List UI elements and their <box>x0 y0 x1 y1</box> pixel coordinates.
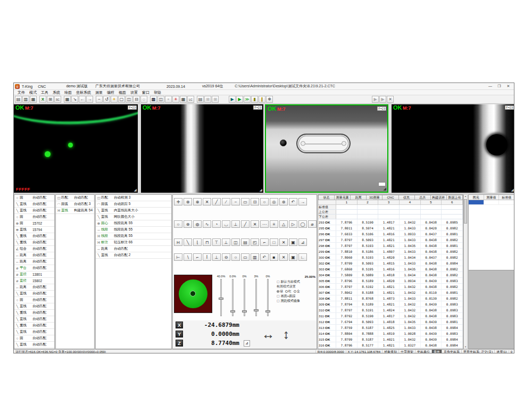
list-item[interactable]: ↔距离自动匹配 <box>14 259 54 265</box>
tool-button[interactable]: ◡ <box>222 220 230 228</box>
checkbox-icon[interactable]: ▢ <box>277 279 280 284</box>
tool-button[interactable]: ◰ <box>251 238 259 246</box>
toolbar-button[interactable] <box>94 96 95 103</box>
table-row[interactable]: 303 OK7.68608.51951.48161.04350.04380.09… <box>318 266 463 272</box>
toolbar-button[interactable]: ✳ <box>172 96 179 103</box>
toolbar-button[interactable]: − <box>96 96 103 103</box>
toolbar-button[interactable]: ⊞ <box>47 96 54 103</box>
menu-item[interactable]: 坐标系统 <box>74 90 93 95</box>
table-header-tab[interactable]: 距离 <box>351 195 367 200</box>
tool-button[interactable]: ⊖ <box>222 253 230 261</box>
toolbar-button[interactable]: → <box>86 96 93 103</box>
tool-button[interactable]: − <box>231 198 240 205</box>
maximize-button[interactable]: ❐ <box>495 83 504 89</box>
angle-button[interactable]: ⊿ <box>244 340 250 347</box>
list-item[interactable]: ╲重线自动匹配 <box>14 310 54 316</box>
table-header-tab[interactable]: 优先 <box>399 195 415 200</box>
toolbar-button[interactable] <box>62 96 63 103</box>
list-item[interactable]: ○圆自动匹配 <box>14 335 54 342</box>
toolbar-button[interactable]: ◫ <box>157 96 164 103</box>
list-item[interactable]: ╲直线自动匹配 <box>14 201 54 208</box>
zoom-indicator[interactable]: F=23 <box>253 105 262 110</box>
tool-button[interactable]: ╱ <box>212 198 221 205</box>
menu-item[interactable]: 编程 <box>105 90 117 95</box>
tool-button[interactable]: ▭ <box>241 198 250 205</box>
tool-button[interactable]: △ <box>279 220 288 228</box>
menu-item[interactable]: 工具 <box>39 90 51 95</box>
toolbar-button[interactable]: ∥ <box>259 96 265 103</box>
toolbar-button[interactable]: ▥ <box>22 96 29 103</box>
toolbar-button[interactable]: ▤ <box>197 96 204 103</box>
tool-button[interactable]: ⋯ <box>260 220 269 228</box>
light-slider[interactable]: 3% <box>252 275 261 316</box>
table-row[interactable]: 314 OK7.88048.78881.48191.00280.04390.09… <box>318 331 463 336</box>
camera-view-2[interactable]: OK M:7 F=23 ◢ <box>141 104 263 193</box>
tool-button[interactable]: ⊥ <box>231 220 240 228</box>
table-scrollbar[interactable]: ▲ ▼ <box>463 194 468 349</box>
tool-button[interactable]: ▣ <box>289 253 297 261</box>
list-item[interactable]: ⊕圆心线段距离 55 <box>96 220 171 227</box>
tool-button[interactable]: ■ <box>270 253 278 261</box>
radio-option[interactable]: 红 <box>285 289 292 294</box>
table-row[interactable]: 300 OK7.80608.51931.48201.04340.04370.09… <box>318 254 463 260</box>
toolbar-button[interactable]: ▮ <box>251 96 258 103</box>
table-row[interactable]: 308 OK7.88118.87681.48731.04330.01390.09… <box>318 295 463 301</box>
tool-button[interactable]: Ⅰ <box>203 253 211 261</box>
tool-button[interactable]: ⊛ <box>279 198 288 205</box>
tool-button[interactable]: ▤ <box>241 238 250 246</box>
tool-button[interactable]: ╲ <box>184 238 192 246</box>
table-header-tab[interactable]: 状态 <box>318 195 335 200</box>
menu-item[interactable]: 窗口 <box>140 90 152 95</box>
tool-button[interactable]: ⌊ <box>193 238 202 246</box>
checkbox-icon[interactable]: ▢ <box>277 294 280 299</box>
tool-button[interactable]: ✛ <box>174 198 182 205</box>
list-item[interactable]: ◠圆弧自动跟踪 5 <box>96 201 171 208</box>
scrollbar-thumb[interactable] <box>464 199 467 224</box>
table-header-tab[interactable]: 构建误差 <box>431 195 447 200</box>
list-item[interactable]: ╲直线自动匹配 2 <box>96 252 171 259</box>
jog-z-icon[interactable]: ↕ <box>283 327 289 342</box>
slider-thumb[interactable] <box>265 310 270 312</box>
list-item[interactable]: H线段线段距离 55 <box>96 233 171 240</box>
list-item[interactable]: ╲直线自动匹配 <box>14 342 54 348</box>
tool-button[interactable]: ◎ <box>270 198 278 205</box>
list-item[interactable]: ◫匹配自动检测 3 <box>96 195 171 201</box>
table-row[interactable]: 295 OK7.80118.59741.48211.04330.04200.09… <box>318 225 463 231</box>
toolbar-button[interactable]: ⊞ <box>204 96 211 103</box>
table-row[interactable]: 299 OK7.88108.51861.48071.04330.04380.09… <box>318 249 463 254</box>
table-row[interactable]: 312 OK7.67948.50931.48181.04350.04390.09… <box>318 319 463 325</box>
menu-item[interactable]: 帮助 <box>152 90 163 95</box>
list-item[interactable]: ○圆自动匹配 <box>14 195 54 201</box>
toolbar-button[interactable]: ▤ <box>15 96 22 103</box>
list-item[interactable]: ⊕直线15794 <box>14 227 54 233</box>
list-item[interactable]: ╲直线自动匹配 <box>14 316 54 323</box>
tool-button[interactable]: → <box>298 198 307 205</box>
toolbar-button[interactable]: ≫ <box>244 96 251 103</box>
camera-view-4[interactable]: OK M:7 F=23 ◢ <box>392 104 514 193</box>
list-item[interactable]: ○圆自动匹配 <box>14 214 54 220</box>
toolbar-button[interactable]: ▦ <box>180 96 187 103</box>
tool-button[interactable]: □ <box>270 238 278 246</box>
tool-button[interactable]: ○ <box>174 220 182 228</box>
tool-button[interactable]: ✕ <box>279 238 288 246</box>
camera-view-3-selected[interactable]: OK M:7 F=23 ◢ <box>265 104 388 193</box>
table-row[interactable]: 298 OK7.87978.51931.48211.04350.04380.09… <box>318 243 463 249</box>
toolbar-button[interactable]: ↺ <box>103 96 110 103</box>
tool-button[interactable]: ✕ <box>203 198 211 205</box>
toolbar-button[interactable]: ✱ <box>266 96 273 103</box>
toolbar-button[interactable]: ▶ <box>379 96 386 103</box>
table-row[interactable]: 296 OK7.60338.51061.48161.09330.04370.09… <box>318 231 463 237</box>
close-button[interactable]: ✕ <box>504 83 513 89</box>
tool-button[interactable]: ⊕ <box>184 198 192 205</box>
list-item[interactable]: ↔距离自动匹配 <box>14 252 54 259</box>
slider-track[interactable] <box>244 279 245 316</box>
toolbar-button[interactable]: ▢ <box>118 96 125 103</box>
tool-button[interactable]: ▥ <box>251 253 259 261</box>
toolbar-button[interactable]: X <box>39 96 46 103</box>
slider-track[interactable] <box>220 279 222 316</box>
tool-button[interactable]: ∿ <box>203 220 211 228</box>
tool-button[interactable]: ◍ <box>193 220 202 228</box>
table-row[interactable]: 302 OK7.87998.50931.48151.04330.04380.09… <box>318 260 463 266</box>
toolbar-button[interactable]: ⊞ <box>212 96 219 103</box>
toolbar-button[interactable]: ▦ <box>30 96 37 103</box>
